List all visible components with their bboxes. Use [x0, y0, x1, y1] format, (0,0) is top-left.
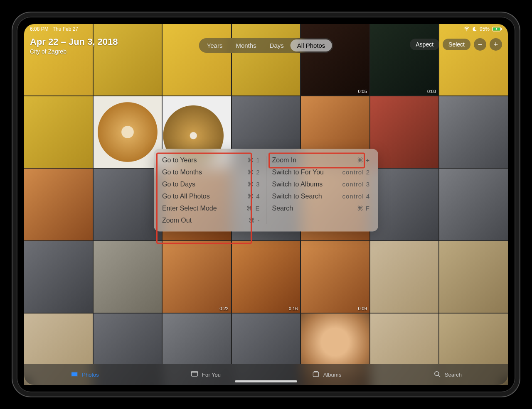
- date-range-title: Apr 22 – Jun 3, 2018: [30, 37, 118, 47]
- photo-thumb[interactable]: [94, 241, 162, 313]
- photo-thumb[interactable]: [163, 24, 231, 96]
- library-header: Apr 22 – Jun 3, 2018 City of Zagreb: [30, 37, 118, 55]
- battery-percent: 95%: [480, 26, 490, 32]
- zoom-in-button[interactable]: +: [490, 38, 502, 51]
- svg-rect-5: [72, 372, 77, 375]
- shortcut-zoom-out[interactable]: Zoom Out⌘ -: [162, 216, 260, 224]
- view-segmented-control: Years Months Days All Photos: [199, 38, 333, 53]
- photo-thumb[interactable]: 0:05: [301, 24, 369, 96]
- shortcut-search[interactable]: Search⌘ F: [272, 204, 370, 212]
- photo-thumb[interactable]: [24, 24, 93, 96]
- select-button[interactable]: Select: [443, 39, 470, 50]
- photo-thumb[interactable]: [24, 241, 93, 313]
- photo-thumb[interactable]: [24, 96, 93, 168]
- status-date: Thu Feb 27: [53, 26, 78, 32]
- photo-thumb[interactable]: [439, 241, 508, 313]
- wifi-icon: [464, 27, 470, 32]
- albums-icon: [312, 370, 320, 380]
- dnd-moon-icon: [472, 27, 477, 32]
- photo-thumb[interactable]: [94, 169, 162, 240]
- tab-label: Albums: [323, 372, 341, 378]
- photo-thumb[interactable]: [370, 96, 439, 168]
- photo-thumb[interactable]: 0:22: [163, 241, 231, 313]
- shortcut-zoom-in[interactable]: Zoom In⌘ +: [272, 156, 370, 164]
- photo-thumb[interactable]: 0:03: [370, 24, 439, 96]
- tab-label: Photos: [82, 372, 99, 378]
- photo-thumb[interactable]: [439, 169, 508, 240]
- shortcut-switch-for-you[interactable]: Switch to For Youcontrol 2: [272, 168, 370, 176]
- keyboard-shortcuts-hud: Go to Years⌘ 1 Go to Months⌘ 2 Go to Day…: [154, 149, 378, 231]
- svg-rect-3: [501, 28, 502, 30]
- shortcut-go-to-all-photos[interactable]: Go to All Photos⌘ 4: [162, 192, 260, 200]
- ipad-frame: 6:08 PM Thu Feb 27 95%: [12, 12, 520, 397]
- seg-days[interactable]: Days: [263, 39, 291, 51]
- seg-years[interactable]: Years: [200, 39, 229, 51]
- video-duration: 0:16: [289, 306, 298, 311]
- hud-left-column: Go to Years⌘ 1 Go to Months⌘ 2 Go to Day…: [156, 156, 266, 224]
- video-duration: 0:09: [358, 306, 367, 311]
- video-duration: 0:22: [219, 306, 228, 311]
- photo-thumb[interactable]: [370, 241, 439, 313]
- svg-line-11: [438, 375, 440, 377]
- location-subtitle: City of Zagreb: [30, 48, 118, 55]
- seg-all-photos[interactable]: All Photos: [291, 39, 332, 51]
- photo-thumb[interactable]: [94, 96, 162, 168]
- video-duration: 0:03: [427, 89, 436, 94]
- photo-thumb[interactable]: [24, 169, 93, 240]
- status-time: 6:08 PM: [30, 26, 49, 32]
- shortcut-enter-select-mode[interactable]: Enter Select Mode⌘ E: [162, 204, 260, 212]
- aspect-button[interactable]: Aspect: [410, 39, 439, 50]
- home-indicator[interactable]: [235, 380, 297, 382]
- shortcut-switch-albums[interactable]: Switch to Albumscontrol 3: [272, 180, 370, 188]
- video-duration: 0:05: [358, 89, 367, 94]
- photo-thumb[interactable]: [439, 96, 508, 168]
- svg-point-0: [466, 30, 467, 31]
- shortcut-go-to-months[interactable]: Go to Months⌘ 2: [162, 168, 260, 176]
- tab-search[interactable]: Search: [387, 364, 508, 385]
- shortcut-go-to-days[interactable]: Go to Days⌘ 3: [162, 180, 260, 188]
- for-you-icon: [190, 370, 199, 380]
- tab-label: Search: [445, 372, 462, 378]
- search-icon: [433, 370, 441, 380]
- tab-label: For You: [202, 372, 221, 378]
- svg-rect-6: [192, 371, 198, 376]
- photo-thumb[interactable]: [94, 24, 162, 96]
- photo-thumb[interactable]: [439, 24, 508, 96]
- photos-icon: [70, 370, 79, 380]
- shortcut-switch-search[interactable]: Switch to Searchcontrol 4: [272, 192, 370, 200]
- battery-icon: [492, 27, 502, 32]
- zoom-out-button[interactable]: −: [474, 38, 486, 51]
- tab-photos[interactable]: Photos: [24, 364, 145, 385]
- screen: 6:08 PM Thu Feb 27 95%: [24, 24, 508, 385]
- photo-thumb[interactable]: [232, 24, 300, 96]
- svg-rect-8: [313, 372, 318, 377]
- hud-right-column: Zoom In⌘ + Switch to For Youcontrol 2 Sw…: [266, 156, 376, 224]
- photo-thumb[interactable]: 0:09: [301, 241, 369, 313]
- right-toolbar: Aspect Select − +: [410, 38, 502, 51]
- status-bar: 6:08 PM Thu Feb 27 95%: [24, 24, 508, 34]
- photo-thumb[interactable]: [370, 169, 439, 240]
- svg-rect-9: [314, 371, 318, 372]
- shortcut-go-to-years[interactable]: Go to Years⌘ 1: [162, 156, 260, 164]
- seg-months[interactable]: Months: [229, 39, 263, 51]
- photo-thumb[interactable]: 0:16: [232, 241, 300, 313]
